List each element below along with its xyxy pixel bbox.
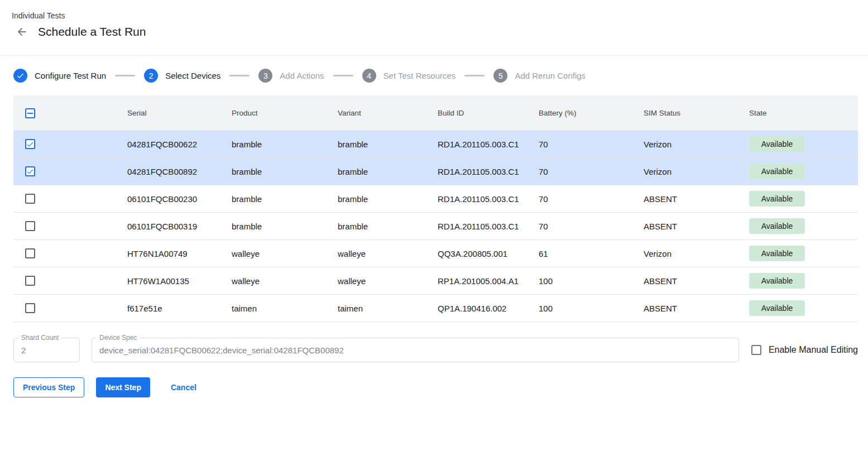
row-checkbox[interactable] [25, 166, 35, 176]
device-row[interactable]: f617e51e taimen taimen QP1A.190416.002 1… [13, 295, 858, 322]
step-number: 4 [362, 69, 376, 83]
device-state-cell: Available [736, 300, 858, 316]
row-checkbox-cell [13, 276, 114, 286]
device-battery: 61 [525, 249, 630, 258]
state-badge: Available [749, 273, 805, 289]
step-connector [229, 75, 250, 76]
device-build-id: RD1A.201105.003.C1 [424, 222, 525, 231]
step-label: Add Rerun Configs [515, 71, 586, 80]
device-variant: taimen [324, 304, 424, 313]
device-sim-status: ABSENT [630, 276, 736, 286]
row-checkbox[interactable] [25, 303, 35, 313]
column-header-build-id: Build ID [424, 109, 525, 117]
step-label: Add Actions [280, 71, 324, 80]
device-serial: HT76W1A00135 [114, 276, 218, 286]
column-header-serial: Serial [114, 109, 218, 117]
device-row[interactable]: HT76W1A00135 walleye walleye RP1A.201005… [13, 267, 858, 295]
checkmark-icon [26, 167, 34, 176]
device-build-id: QQ3A.200805.001 [424, 249, 525, 258]
device-state-cell: Available [736, 273, 858, 289]
column-header-sim-status: SIM Status [630, 109, 736, 117]
state-badge: Available [749, 300, 805, 316]
device-product: taimen [218, 304, 324, 313]
stepper: Configure Test Run2Select Devices3Add Ac… [0, 56, 868, 83]
state-badge: Available [749, 164, 805, 179]
back-arrow-icon[interactable] [15, 25, 28, 39]
device-serial: 04281FQCB00892 [114, 167, 218, 176]
shard-count-field[interactable]: Shard Count 2 [13, 338, 80, 362]
step-connector [333, 75, 353, 76]
row-checkbox-cell [13, 194, 114, 204]
previous-step-button[interactable]: Previous Step [13, 377, 84, 397]
device-row[interactable]: 04281FQCB00622 bramble bramble RD1A.2011… [13, 131, 858, 158]
device-sim-status: ABSENT [630, 194, 736, 204]
step-4-pending[interactable]: 4Set Test Resources [362, 69, 456, 83]
device-build-id: RD1A.201105.003.C1 [424, 194, 525, 204]
device-sim-status: Verizon [630, 249, 736, 258]
checkmark-icon [26, 140, 34, 148]
device-product: bramble [218, 194, 324, 204]
device-battery: 70 [525, 194, 630, 204]
row-checkbox[interactable] [25, 221, 35, 231]
next-step-button[interactable]: Next Step [96, 377, 150, 397]
step-2-active[interactable]: 2Select Devices [144, 69, 220, 83]
device-sim-status: ABSENT [630, 304, 736, 313]
page-title: Schedule a Test Run [38, 25, 146, 39]
row-checkbox-cell [13, 303, 114, 313]
step-number: 5 [493, 69, 507, 83]
select-all-checkbox[interactable] [25, 108, 35, 118]
device-battery: 100 [525, 304, 630, 313]
step-label: Select Devices [165, 71, 220, 80]
device-product: bramble [218, 222, 324, 231]
device-spec-field[interactable]: Device Spec device_serial:04281FQCB00622… [92, 338, 739, 362]
device-spec-label: Device Spec [97, 334, 140, 342]
row-checkbox[interactable] [25, 248, 35, 258]
row-checkbox[interactable] [25, 276, 35, 286]
device-row[interactable]: HT76N1A00749 walleye walleye QQ3A.200805… [13, 240, 858, 267]
device-table-body: 04281FQCB00622 bramble bramble RD1A.2011… [13, 131, 858, 322]
step-number: 2 [144, 69, 158, 83]
device-row[interactable]: 06101FQCB00319 bramble bramble RD1A.2011… [13, 213, 858, 240]
device-battery: 70 [525, 140, 630, 149]
row-checkbox-cell [13, 139, 114, 149]
device-build-id: RD1A.201105.003.C1 [424, 167, 525, 176]
device-variant: bramble [324, 167, 424, 176]
step-label: Set Test Resources [383, 71, 456, 80]
device-battery: 70 [525, 167, 630, 176]
select-all-cell [13, 108, 114, 118]
device-variant: bramble [324, 194, 424, 204]
step-connector [464, 75, 485, 76]
step-1-completed[interactable]: Configure Test Run [13, 69, 106, 83]
device-spec-value: device_serial:04281FQCB00622;device_seri… [92, 346, 351, 355]
breadcrumb: Individual Tests [12, 11, 868, 20]
step-5-pending[interactable]: 5Add Rerun Configs [493, 69, 586, 83]
title-row: Schedule a Test Run [12, 25, 868, 39]
enable-manual-editing[interactable]: Enable Manual Editing [751, 345, 858, 355]
row-checkbox-cell [13, 248, 114, 258]
device-row[interactable]: 06101FQCB00230 bramble bramble RD1A.2011… [13, 185, 858, 213]
state-badge: Available [749, 191, 805, 207]
device-spec-form: Shard Count 2 Device Spec device_serial:… [13, 338, 858, 362]
enable-manual-editing-checkbox[interactable] [751, 345, 761, 355]
device-sim-status: Verizon [630, 167, 736, 176]
column-header-state: State [736, 109, 858, 117]
device-product: walleye [218, 276, 324, 286]
device-serial: 04281FQCB00622 [114, 140, 218, 149]
step-3-pending[interactable]: 3Add Actions [258, 69, 324, 83]
state-badge: Available [749, 246, 805, 261]
row-checkbox-cell [13, 221, 114, 231]
schedule-test-run-page: Individual Tests Schedule a Test Run Con… [0, 0, 868, 397]
row-checkbox[interactable] [25, 194, 35, 204]
device-product: bramble [218, 167, 324, 176]
device-serial: f617e51e [114, 304, 218, 313]
device-row[interactable]: 04281FQCB00892 bramble bramble RD1A.2011… [13, 158, 858, 185]
device-variant: walleye [324, 276, 424, 286]
step-connector [115, 75, 135, 76]
device-state-cell: Available [736, 218, 858, 234]
row-checkbox[interactable] [25, 139, 35, 149]
shard-count-value: 2 [14, 346, 33, 355]
page-header: Individual Tests Schedule a Test Run [0, 0, 868, 56]
cancel-button[interactable]: Cancel [162, 377, 205, 397]
device-sim-status: ABSENT [630, 222, 736, 231]
column-header-variant: Variant [324, 109, 424, 117]
